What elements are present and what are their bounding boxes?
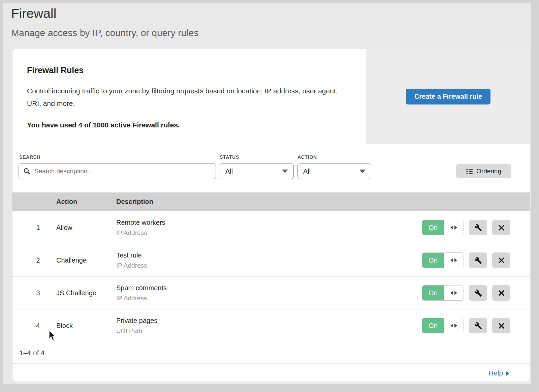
page-title: Firewall [11,6,56,21]
status-select[interactable]: All [220,163,294,179]
table-header: Action Description [12,192,530,211]
rule-action: Allow [56,224,72,232]
rule-description-cell: Spam comments IP Address [116,284,167,302]
page-background: Firewall Manage access by IP, country, o… [3,3,531,384]
rule-enabled-toggle[interactable]: On [422,318,464,333]
wrench-icon [474,224,482,232]
close-icon [498,224,505,231]
rule-description-cell: Test rule IP Address [116,251,147,269]
rule-match-type: IP Address [116,229,165,237]
close-icon [498,257,505,264]
help-link[interactable]: Help [488,369,509,377]
rule-description-cell: Remote workers IP Address [116,219,165,237]
wrench-icon [474,289,482,297]
firewall-rules-card: Firewall Rules Control incoming traffic … [12,49,530,382]
rule-description: Spam comments [116,284,167,292]
pagination-bar: 1–4 of 4 [12,342,530,363]
rule-priority: 1 [33,224,43,232]
column-header-description: Description [116,198,153,206]
search-field-wrap [19,163,216,179]
wrench-icon [474,257,482,264]
toggle-on-label: On [422,318,444,333]
search-label: SEARCH [19,154,40,160]
action-select-value: All [303,168,311,175]
edit-rule-button[interactable] [469,318,487,333]
column-header-action: Action [56,198,116,206]
rule-enabled-toggle[interactable]: On [422,285,464,301]
rule-match-type: URI Path [116,327,157,335]
card-intro-text: Firewall Rules Control incoming traffic … [12,49,367,144]
help-link-label: Help [488,369,503,377]
ordering-button-label: Ordering [476,168,501,175]
arrow-right-icon [454,324,457,328]
close-icon [498,290,505,297]
ordering-button[interactable]: Ordering [456,164,511,178]
rule-priority: 3 [33,289,43,297]
pagination-range: 1–4 [19,349,31,357]
table-row: 3 JS Challenge Spam comments IP Address … [12,276,530,309]
page-subtitle: Manage access by IP, country, or query r… [11,28,198,38]
delete-rule-button[interactable] [492,318,510,333]
arrow-right-icon [454,258,457,262]
search-icon [24,168,30,175]
edit-rule-button[interactable] [469,252,487,268]
mouse-cursor [48,330,57,342]
status-label: STATUS [220,154,239,160]
card-footer: Help [12,363,530,382]
edit-rule-button[interactable] [469,285,487,301]
toggle-handle[interactable] [444,253,464,268]
close-icon [498,322,505,329]
status-select-value: All [225,168,233,175]
search-input[interactable] [19,163,216,179]
list-ordering-icon [466,168,473,174]
card-heading: Firewall Rules [27,65,353,75]
table-row: 1 Allow Remote workers IP Address On [12,211,530,244]
arrow-left-icon [450,225,453,230]
toggle-on-label: On [422,285,444,300]
rule-description: Private pages [116,317,157,325]
arrow-left-icon [450,324,453,328]
arrow-right-icon [454,291,457,295]
rule-match-type: IP Address [116,262,147,269]
filters-bar: SEARCH STATUS All ACTION All [12,144,530,192]
rule-action: Challenge [56,257,87,264]
toggle-handle[interactable] [444,285,464,300]
wrench-icon [474,322,482,330]
delete-rule-button[interactable] [492,220,510,235]
help-arrow-icon [506,371,509,376]
rule-description-cell: Private pages URI Path [116,317,157,335]
card-intro-section: Firewall Rules Control incoming traffic … [12,49,530,144]
pagination-total: 4 [41,349,45,357]
action-label: ACTION [297,154,317,160]
chevron-down-icon [282,170,288,173]
toggle-handle[interactable] [444,318,464,333]
delete-rule-button[interactable] [492,285,510,301]
table-row: 2 Challenge Test rule IP Address On [12,244,530,276]
card-description: Control incoming traffic to your zone by… [27,85,347,110]
rule-description: Remote workers [116,219,165,227]
rule-action: Block [56,322,73,330]
rule-match-type: IP Address [116,295,167,302]
delete-rule-button[interactable] [492,252,510,268]
toggle-on-label: On [422,253,444,268]
rules-usage-text: You have used 4 of 1000 active Firewall … [27,121,353,129]
arrow-left-icon [450,291,453,295]
table-row: 4 Block Private pages URI Path On [12,309,530,342]
rule-enabled-toggle[interactable]: On [422,220,464,235]
create-firewall-rule-button[interactable]: Create a Firewall rule [406,89,490,104]
create-rule-panel: Create a Firewall rule [367,49,530,144]
toggle-on-label: On [422,220,444,235]
arrow-left-icon [450,258,453,262]
rule-enabled-toggle[interactable]: On [422,252,464,268]
pagination-of: of [31,349,41,357]
rule-description: Test rule [116,251,147,259]
action-select[interactable]: All [297,163,371,179]
chevron-down-icon [359,170,366,173]
toggle-handle[interactable] [444,220,464,235]
arrow-right-icon [454,225,457,230]
rule-action: JS Challenge [56,289,96,297]
edit-rule-button[interactable] [469,220,487,235]
rule-priority: 4 [33,322,43,330]
rule-priority: 2 [33,257,43,264]
